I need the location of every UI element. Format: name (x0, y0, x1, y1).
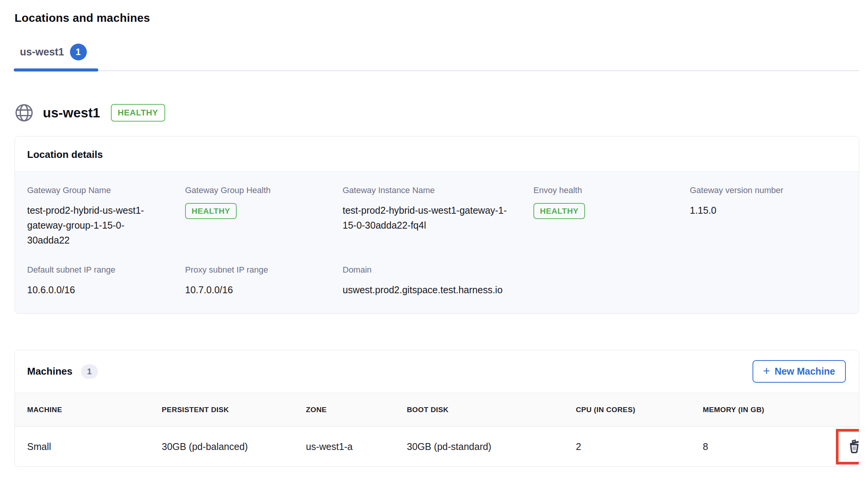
gateway-group-health-badge: HEALTHY (185, 203, 237, 219)
field-value: test-prod2-hybrid-us-west1-gateway-group… (27, 203, 161, 247)
field-label: Domain (343, 265, 509, 275)
field-gateway-group-name: Gateway Group Name test-prod2-hybrid-us-… (27, 185, 185, 247)
col-cpu: CPU (IN CORES) (576, 406, 703, 414)
location-heading: us-west1 HEALTHY (15, 103, 859, 122)
field-value: 10.6.0.0/16 (27, 283, 161, 297)
location-details-title: Location details (27, 149, 847, 161)
cell-cpu: 2 (576, 441, 703, 452)
cell-memory: 8 (703, 441, 836, 452)
new-machine-label: New Machine (775, 366, 835, 377)
machine-table-row: Small 30GB (pd-balanced) us-west1-a 30GB… (15, 427, 859, 466)
field-domain: Domain uswest.prod2.gitspace.test.harnes… (343, 265, 533, 297)
location-details-card: Location details Gateway Group Name test… (15, 136, 859, 314)
field-label: Gateway Group Name (27, 185, 161, 195)
field-value: test-prod2-hybrid-us-west1-gateway-1-15-… (343, 203, 509, 233)
page-title: Locations and machines (15, 0, 859, 24)
col-memory: MEMORY (IN GB) (703, 406, 836, 414)
cell-machine: Small (27, 441, 162, 452)
row-actions (836, 429, 859, 465)
location-name: us-west1 (43, 105, 100, 120)
machines-header: Machines 1 + New Machine (15, 350, 859, 393)
field-label: Gateway Group Health (185, 185, 318, 195)
machines-card: Machines 1 + New Machine MACHINE PERSIST… (15, 350, 859, 467)
locations-and-machines-page: Locations and machines us-west1 1 us-wes… (0, 0, 868, 497)
envoy-health-badge: HEALTHY (533, 203, 585, 219)
field-value: uswest.prod2.gitspace.test.harness.io (343, 283, 509, 297)
details-row-2: Default subnet IP range 10.6.0.0/16 Prox… (27, 265, 847, 297)
field-label: Gateway version number (690, 185, 822, 195)
cell-persistent-disk: 30GB (pd-balanced) (162, 441, 306, 452)
field-value: 1.15.0 (690, 203, 822, 218)
field-label: Gateway Instance Name (343, 185, 509, 195)
field-gateway-instance-name: Gateway Instance Name test-prod2-hybrid-… (343, 185, 533, 247)
location-tab-bar: us-west1 1 (15, 44, 859, 71)
field-proxy-subnet: Proxy subnet IP range 10.7.0.0/16 (185, 265, 343, 297)
field-label: Proxy subnet IP range (185, 265, 318, 275)
machines-title: Machines (27, 365, 73, 377)
col-boot-disk: BOOT DISK (407, 406, 576, 414)
cell-zone: us-west1-a (306, 441, 407, 452)
location-health-badge: HEALTHY (111, 104, 165, 122)
cell-boot-disk: 30GB (pd-standard) (407, 441, 576, 452)
col-persistent-disk: PERSISTENT DISK (162, 406, 306, 414)
details-row-1: Gateway Group Name test-prod2-hybrid-us-… (27, 185, 847, 247)
field-label: Envoy health (533, 185, 665, 195)
col-machine: MACHINE (27, 406, 162, 414)
machines-table-header: MACHINE PERSISTENT DISK ZONE BOOT DISK C… (15, 393, 859, 427)
plus-icon: + (763, 367, 770, 375)
active-tab-indicator (14, 68, 98, 71)
field-default-subnet: Default subnet IP range 10.6.0.0/16 (27, 265, 185, 297)
globe-icon (15, 103, 34, 122)
trash-icon (846, 439, 860, 455)
tab-us-west1[interactable]: us-west1 1 (15, 44, 93, 70)
tab-count-badge: 1 (70, 44, 87, 60)
delete-machine-button[interactable] (846, 439, 860, 455)
field-label: Default subnet IP range (27, 265, 161, 275)
location-details-body: Gateway Group Name test-prod2-hybrid-us-… (15, 172, 859, 313)
new-machine-button[interactable]: + New Machine (753, 360, 846, 383)
field-gateway-version: Gateway version number 1.15.0 (690, 185, 847, 247)
field-value: 10.7.0.0/16 (185, 283, 318, 297)
tab-label: us-west1 (20, 46, 64, 58)
location-details-header: Location details (15, 136, 859, 172)
annotation-highlight-box (836, 429, 859, 465)
field-envoy-health: Envoy health HEALTHY (533, 185, 690, 247)
field-gateway-group-health: Gateway Group Health HEALTHY (185, 185, 343, 247)
col-zone: ZONE (306, 406, 407, 414)
machines-count-badge: 1 (81, 364, 98, 379)
